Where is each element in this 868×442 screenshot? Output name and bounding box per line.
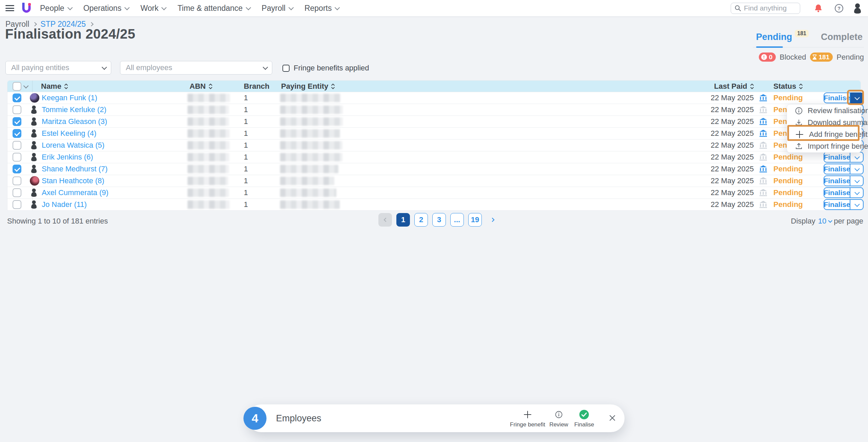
nav-item-time-attendance[interactable]: Time & attendance [177,4,249,13]
finalise-button[interactable]: Finalise [824,187,850,198]
next-page-button[interactable] [486,213,500,227]
per-page-control: Display 10 per page [791,217,863,226]
nav-item-payroll[interactable]: Payroll [262,4,292,13]
row-actions-caret-button[interactable] [850,175,864,186]
sort-icon[interactable] [750,83,754,90]
page-button-19[interactable]: 19 [468,213,482,227]
select-all-checkbox[interactable] [13,82,21,91]
info-icon [549,409,568,420]
row-checkbox[interactable] [13,200,21,209]
row-actions-caret-button[interactable] [850,164,864,174]
bulk-action-finalise[interactable]: Finalise [574,409,594,428]
menu-item-review-finalisation[interactable]: Review finalisation [787,105,861,117]
bank-icon [759,177,767,185]
nav-item-reports[interactable]: Reports [304,4,339,13]
close-icon[interactable] [608,414,616,422]
page-button-3[interactable]: 3 [432,213,446,227]
column-divider [32,81,33,210]
bank-icon [759,106,767,113]
upload-icon [795,143,803,150]
employee-avatar [30,129,39,138]
fringe-benefits-label: Fringe benefits applied [294,64,369,72]
row-action-menu: Review finalisationDownload summaryAdd f… [787,104,862,153]
row-checkbox[interactable] [13,188,21,197]
hourglass-icon [812,54,817,60]
employee-name-link[interactable]: Erik Jenkins (6) [42,153,93,162]
row-actions-caret-button[interactable] [850,187,864,198]
bank-icon [759,130,767,137]
nav-item-people[interactable]: People [40,4,71,13]
sort-icon[interactable] [208,83,213,90]
employee-name-link[interactable]: Axel Cummerata (9) [42,188,108,197]
row-checkbox[interactable] [13,105,21,114]
branch-value: 1 [244,200,248,209]
employee-name-link[interactable]: Maritza Gleason (3) [42,117,107,126]
employees-select[interactable]: All employees [120,61,272,75]
help-icon[interactable]: ? [834,4,844,13]
menu-item-import-fringe-benefits[interactable]: Import fringe benefits [787,140,861,152]
paying-entity-redacted [280,106,343,114]
tab-pending[interactable]: Pending181 [756,32,809,42]
tab-complete[interactable]: Complete [821,32,863,42]
row-checkbox[interactable] [13,141,21,150]
chevron-down-icon [289,5,294,10]
row-actions-caret-button[interactable] [850,199,864,210]
sort-icon[interactable] [798,83,803,90]
table-header: Name ABN Branch Paying Entity Last Paid … [7,81,861,92]
employee-name-link[interactable]: Jo Nader (11) [42,200,87,209]
column-abn: ABN [190,82,213,91]
sort-icon[interactable] [331,83,335,90]
row-checkbox[interactable] [13,165,21,173]
page-button-2[interactable]: 2 [414,213,428,227]
finalise-button[interactable]: Finalise [824,164,850,174]
status-badge: Pending [773,200,803,209]
row-checkbox[interactable] [13,129,21,138]
sort-icon[interactable] [64,83,68,90]
nav-item-work[interactable]: Work [140,4,165,13]
row-checkbox[interactable] [13,93,21,102]
row-actions-caret-button[interactable] [850,92,864,103]
finalise-button[interactable]: Finalise [824,199,850,210]
user-avatar[interactable] [852,3,863,14]
branch-value: 1 [244,176,248,185]
row-actions-caret-button[interactable] [850,152,864,163]
abn-redacted [188,141,230,150]
chevron-down-icon [263,64,268,70]
menu-item-download-summary[interactable]: Download summary [787,117,861,128]
bulk-action-fringe-benefit[interactable]: Fringe benefit [510,409,545,428]
employee-name-link[interactable]: Lorena Watsica (5) [42,141,104,150]
pending-count-badge: 181 [795,30,809,37]
fringe-benefits-checkbox[interactable] [282,65,290,72]
selected-count-badge: 4 [243,407,267,430]
menu-item-add-fringe-benefits[interactable]: Add fringe benefits [787,128,861,140]
nav-item-operations[interactable]: Operations [83,4,129,13]
employee-name-link[interactable]: Shane Medhurst (7) [42,165,107,173]
select-options-chevron-icon[interactable] [23,83,29,89]
check-icon [574,409,594,420]
page-ellipsis-button[interactable]: ... [450,213,464,227]
employee-name-link[interactable]: Keegan Funk (1) [42,93,97,102]
app-logo[interactable] [22,3,32,14]
page-button-1[interactable]: 1 [396,213,410,227]
employee-name-link[interactable]: Estel Keeling (4) [42,129,96,138]
notifications-bell-icon[interactable] [814,4,823,13]
abn-redacted [188,177,228,185]
previous-page-button[interactable] [378,213,392,227]
table-row: Erik Jenkins (6)122 May 2025PendingFinal… [7,151,861,163]
paying-entities-select[interactable]: All paying entities [5,61,111,75]
finalise-button[interactable]: Finalise [824,175,850,186]
per-page-select[interactable]: 10 [818,217,831,226]
bulk-action-review[interactable]: Review [549,409,568,428]
finalise-button[interactable]: Finalise [824,92,850,103]
search-input[interactable] [744,4,795,12]
global-search[interactable] [731,3,800,14]
row-checkbox[interactable] [13,153,21,162]
employee-name-link[interactable]: Tommie Kerluke (2) [42,105,106,114]
employee-name-link[interactable]: Stan Heathcote (8) [42,176,104,185]
fringe-benefits-filter[interactable]: Fringe benefits applied [282,64,369,72]
finalise-button[interactable]: Finalise [824,152,850,163]
row-checkbox[interactable] [13,176,21,185]
table-row: Lorena Watsica (5)122 May 2025PendingFin… [7,139,861,151]
hamburger-menu-icon[interactable] [5,5,14,11]
row-checkbox[interactable] [13,117,21,126]
